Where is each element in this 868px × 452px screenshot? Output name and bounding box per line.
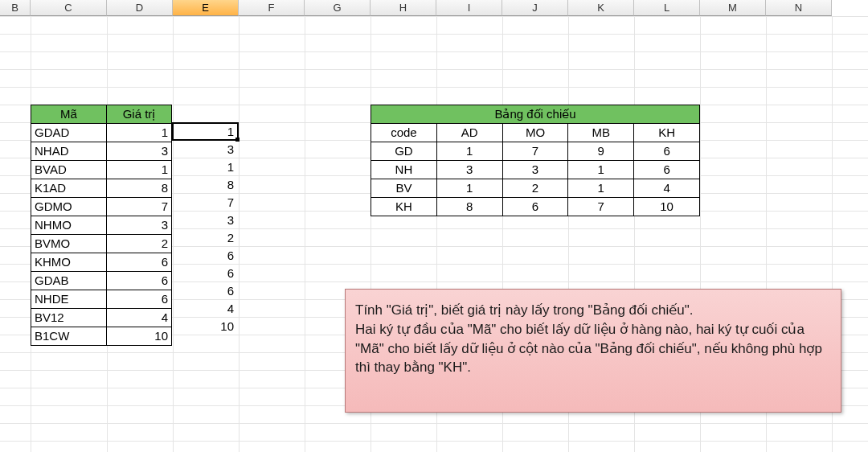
table-row[interactable]: BV124	[31, 309, 172, 327]
column-header-H[interactable]: H	[371, 0, 436, 16]
cell-giatri[interactable]: 6	[107, 272, 172, 290]
cell-giatri[interactable]: 2	[107, 235, 172, 253]
table-row[interactable]: NHAD3	[31, 142, 172, 161]
table-row[interactable]: BVAD1	[31, 161, 172, 179]
column-header-I[interactable]: I	[436, 0, 502, 16]
cell-ma[interactable]: KHMO	[31, 253, 107, 272]
table-row[interactable]: GDAB6	[31, 272, 172, 290]
cell[interactable]: 9	[568, 142, 634, 161]
column-header-E[interactable]: E	[173, 0, 239, 16]
cell[interactable]: 10	[634, 198, 700, 216]
column-header-B[interactable]: B	[0, 0, 31, 16]
cell-extra[interactable]: 3	[173, 212, 239, 229]
cell-giatri[interactable]: 6	[107, 253, 172, 272]
table-row[interactable]: B1CW10	[31, 327, 172, 346]
column-header-L[interactable]: L	[634, 0, 700, 16]
cell-extra[interactable]: 7	[173, 194, 239, 212]
cell-giatri[interactable]: 3	[107, 142, 172, 161]
cell[interactable]: 7	[502, 142, 568, 161]
cell[interactable]: 4	[634, 179, 700, 198]
table2-title: Bảng đối chiếu	[371, 105, 700, 124]
table-bang-doi-chieu: Bảng đối chiếu codeADMOMBKH GD1796NH3316…	[371, 105, 700, 216]
table1-header-ma: Mã	[31, 105, 107, 124]
cell[interactable]: 3	[502, 161, 568, 179]
table2-col-KH[interactable]: KH	[634, 124, 700, 142]
cell[interactable]: NH	[371, 161, 437, 179]
cell[interactable]: 1	[568, 161, 634, 179]
cell[interactable]: 6	[502, 198, 568, 216]
table-row[interactable]: BV1214	[371, 179, 700, 198]
cell-ma[interactable]: NHDE	[31, 290, 107, 309]
column-header-C[interactable]: C	[31, 0, 107, 16]
table-row[interactable]: GD1796	[371, 142, 700, 161]
table-row[interactable]: BVMO2	[31, 235, 172, 253]
column-header-row: BCDEFGHIJKLMN	[0, 0, 832, 16]
table-row[interactable]: NHMO3	[31, 216, 172, 235]
cell-ma[interactable]: BVMO	[31, 235, 107, 253]
table-row[interactable]: GDAD1	[31, 124, 172, 142]
table-row[interactable]: KHMO6	[31, 253, 172, 272]
instruction-callout: Tính "Giá trị", biết giá trị này lấy tro…	[345, 289, 841, 413]
table2-col-MO[interactable]: MO	[502, 124, 568, 142]
column-header-J[interactable]: J	[502, 0, 568, 16]
table2-col-AD[interactable]: AD	[436, 124, 502, 142]
cell[interactable]: 6	[634, 142, 700, 161]
cell-giatri[interactable]: 4	[107, 309, 172, 327]
cell-extra[interactable]: 1	[173, 123, 239, 141]
cell[interactable]: 1	[568, 179, 634, 198]
column-header-D[interactable]: D	[107, 0, 173, 16]
cell[interactable]: 3	[436, 161, 502, 179]
table-row[interactable]: NH3316	[371, 161, 700, 179]
table2-col-code[interactable]: code	[371, 124, 437, 142]
table1-header-giatri: Giá trị	[107, 105, 172, 124]
cell-ma[interactable]: GDAB	[31, 272, 107, 290]
cell-extra[interactable]: 4	[173, 300, 239, 318]
cell-giatri[interactable]: 8	[107, 179, 172, 198]
cell[interactable]: KH	[371, 198, 437, 216]
cell-giatri[interactable]: 3	[107, 216, 172, 235]
column-header-M[interactable]: M	[700, 0, 766, 16]
cell-extra[interactable]: 1	[173, 158, 239, 176]
cell-ma[interactable]: NHAD	[31, 142, 107, 161]
cell-giatri[interactable]: 10	[107, 327, 172, 346]
cell-giatri[interactable]: 1	[107, 124, 172, 142]
cell-extra[interactable]: 6	[173, 247, 239, 265]
cell[interactable]: GD	[371, 142, 437, 161]
cell-extra[interactable]: 6	[173, 282, 239, 300]
table1-extra-column: 1318732666410	[173, 123, 239, 335]
table-row[interactable]: K1AD8	[31, 179, 172, 198]
cell-extra[interactable]: 10	[173, 318, 239, 335]
cell-extra[interactable]: 3	[173, 141, 239, 158]
cell-ma[interactable]: GDMO	[31, 198, 107, 216]
cell-extra[interactable]: 6	[173, 265, 239, 282]
cell-ma[interactable]: K1AD	[31, 179, 107, 198]
cell-giatri[interactable]: 1	[107, 161, 172, 179]
callout-line1: Tính "Giá trị", biết giá trị này lấy tro…	[355, 302, 694, 318]
cell[interactable]: 8	[436, 198, 502, 216]
cell-ma[interactable]: GDAD	[31, 124, 107, 142]
table-row[interactable]: GDMO7	[31, 198, 172, 216]
table-row[interactable]: NHDE6	[31, 290, 172, 309]
cell-extra[interactable]: 2	[173, 229, 239, 247]
cell-extra[interactable]: 8	[173, 176, 239, 194]
cell-ma[interactable]: BV12	[31, 309, 107, 327]
column-header-F[interactable]: F	[239, 0, 305, 16]
column-header-N[interactable]: N	[766, 0, 832, 16]
cell[interactable]: BV	[371, 179, 437, 198]
cell[interactable]: 2	[502, 179, 568, 198]
cell-ma[interactable]: NHMO	[31, 216, 107, 235]
cell[interactable]: 1	[436, 179, 502, 198]
table-row[interactable]: KH86710	[371, 198, 700, 216]
cell-giatri[interactable]: 7	[107, 198, 172, 216]
callout-line2: Hai ký tự đầu của "Mã" cho biết lấy dữ l…	[355, 322, 822, 376]
cell[interactable]: 7	[568, 198, 634, 216]
spreadsheet-grid[interactable]: BCDEFGHIJKLMN Mã Giá trị GDAD1NHAD3BVAD1…	[0, 0, 868, 452]
cell[interactable]: 1	[436, 142, 502, 161]
column-header-K[interactable]: K	[568, 0, 634, 16]
cell-giatri[interactable]: 6	[107, 290, 172, 309]
cell-ma[interactable]: BVAD	[31, 161, 107, 179]
cell[interactable]: 6	[634, 161, 700, 179]
cell-ma[interactable]: B1CW	[31, 327, 107, 346]
table2-col-MB[interactable]: MB	[568, 124, 634, 142]
column-header-G[interactable]: G	[305, 0, 371, 16]
